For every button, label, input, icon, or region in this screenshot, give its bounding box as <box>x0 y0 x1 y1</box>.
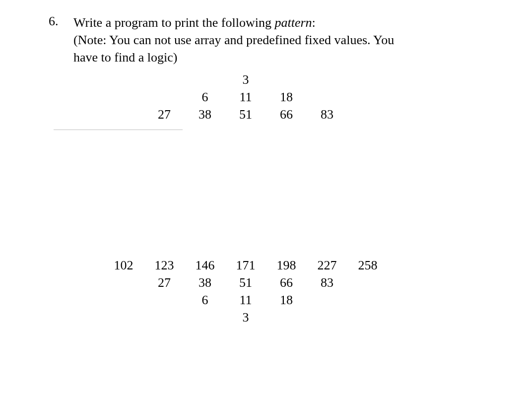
question-line2: (Note: You can not use array and predefi… <box>73 33 394 47</box>
pattern-cell <box>347 291 388 309</box>
pattern-cell <box>103 291 144 309</box>
vertical-gap <box>103 130 532 257</box>
question-line1-c: : <box>312 15 316 30</box>
pattern-cell: 102 <box>103 257 144 274</box>
question-line1-b: pattern <box>274 15 312 30</box>
question-line1-a: Write a program to print the following <box>73 15 274 30</box>
question-text: Write a program to print the following p… <box>73 14 394 66</box>
pattern-bottom-row-0: 102 123 146 171 198 227 258 <box>103 257 532 274</box>
pattern-cell: 38 <box>185 274 225 291</box>
pattern-cell: 66 <box>266 274 307 291</box>
pattern-cell <box>185 71 225 88</box>
pattern-cell: 146 <box>185 257 225 274</box>
pattern-cell: 198 <box>266 257 307 274</box>
pattern-cell <box>103 274 144 291</box>
question-number: 6. <box>49 14 65 29</box>
pattern-bottom-row-3: 3 <box>103 309 532 326</box>
pattern-cell <box>307 88 347 106</box>
pattern-bottom-row-1: 27 38 51 66 83 <box>103 274 532 291</box>
pattern-cell <box>266 71 307 88</box>
pattern-bottom-row-2: 6 11 18 <box>103 291 532 309</box>
pattern-cell: 123 <box>144 257 185 274</box>
pattern-cell: 18 <box>266 291 307 309</box>
pattern-cell <box>144 309 185 326</box>
pattern-cell <box>144 71 185 88</box>
pattern-top-row-1: 6 11 18 <box>103 88 532 106</box>
pattern-cell <box>185 309 225 326</box>
pattern-cell: 3 <box>225 309 266 326</box>
pattern-top-row-0: 3 <box>103 71 532 88</box>
pattern-cell: 6 <box>185 291 225 309</box>
pattern-cell: 27 <box>144 106 185 123</box>
pattern-cell <box>144 291 185 309</box>
pattern-cell <box>347 106 388 123</box>
pattern-area: 3 6 11 18 27 38 51 66 83 102 123 146 171… <box>103 71 532 326</box>
pattern-cell <box>347 309 388 326</box>
pattern-cell <box>347 88 388 106</box>
pattern-cell <box>103 106 144 123</box>
question-line3: have to find a logic) <box>73 50 177 65</box>
pattern-cell <box>103 71 144 88</box>
pattern-cell <box>266 309 307 326</box>
pattern-cell: 51 <box>225 274 266 291</box>
pattern-cell <box>307 309 347 326</box>
pattern-cell <box>307 71 347 88</box>
pattern-cell: 3 <box>225 71 266 88</box>
pattern-cell: 66 <box>266 106 307 123</box>
pattern-cell: 6 <box>185 88 225 106</box>
pattern-cell <box>347 274 388 291</box>
pattern-cell: 11 <box>225 291 266 309</box>
pattern-cell: 83 <box>307 274 347 291</box>
pattern-cell: 171 <box>225 257 266 274</box>
pattern-cell <box>103 309 144 326</box>
pattern-cell: 51 <box>225 106 266 123</box>
pattern-cell <box>347 71 388 88</box>
pattern-cell <box>103 88 144 106</box>
pattern-cell: 38 <box>185 106 225 123</box>
pattern-cell <box>144 88 185 106</box>
question-block: 6. Write a program to print the followin… <box>49 14 532 66</box>
pattern-cell: 258 <box>347 257 388 274</box>
pattern-cell <box>307 291 347 309</box>
pattern-top-row-2: 27 38 51 66 83 <box>103 106 532 123</box>
pattern-cell: 11 <box>225 88 266 106</box>
pattern-cell: 27 <box>144 274 185 291</box>
pattern-cell: 83 <box>307 106 347 123</box>
pattern-cell: 227 <box>307 257 347 274</box>
pattern-cell: 18 <box>266 88 307 106</box>
